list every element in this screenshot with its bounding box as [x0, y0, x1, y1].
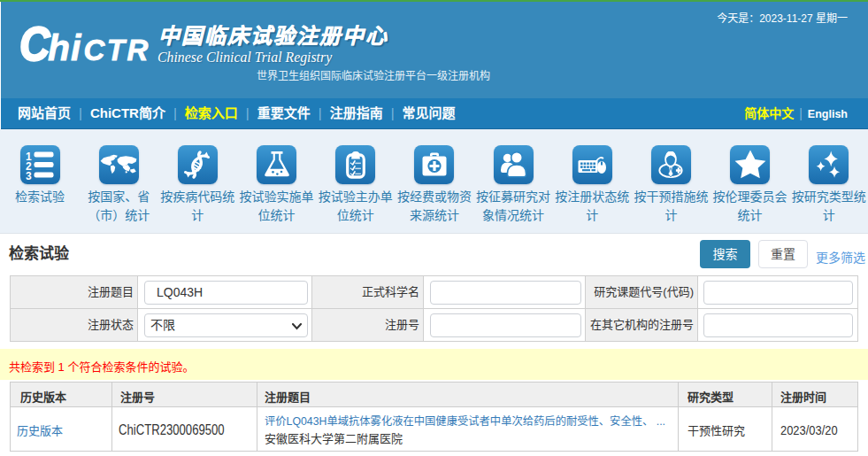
svg-text:3: 3 [26, 170, 32, 180]
